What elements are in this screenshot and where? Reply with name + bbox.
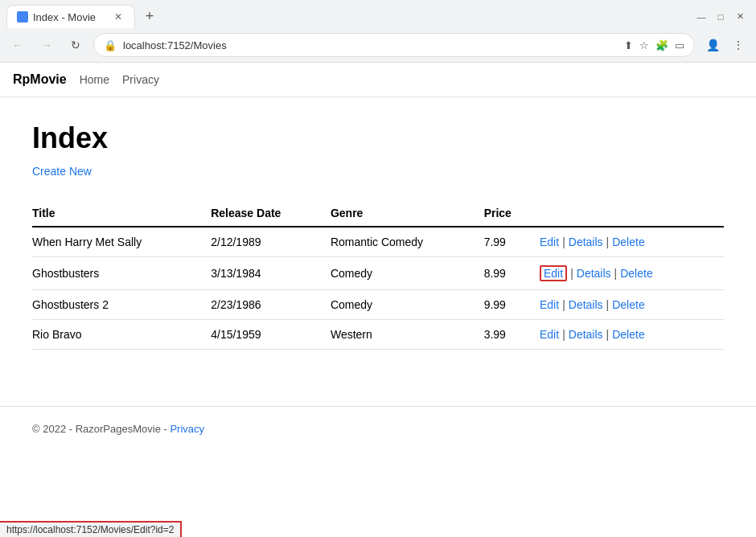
- table-row: Rio Bravo4/15/1959Western3.99Edit | Deta…: [32, 320, 724, 350]
- site-brand[interactable]: RpMovie: [13, 72, 67, 87]
- cell-actions: Edit | Details | Delete: [540, 227, 724, 257]
- cell-title: When Harry Met Sally: [32, 227, 211, 257]
- separator: |: [562, 298, 565, 311]
- delete-link[interactable]: Delete: [620, 267, 652, 280]
- cell-title: Ghostbusters: [32, 257, 211, 290]
- cell-price: 9.99: [484, 290, 540, 320]
- footer-text: © 2022 - RazorPagesMovie -: [32, 423, 170, 435]
- details-link[interactable]: Details: [569, 236, 603, 248]
- site-footer: © 2022 - RazorPagesMovie - Privacy: [0, 406, 756, 451]
- table-row: Ghostbusters 22/23/1986Comedy9.99Edit | …: [32, 290, 724, 320]
- separator: |: [606, 328, 610, 341]
- site-nav: RpMovie Home Privacy: [0, 63, 756, 97]
- details-link[interactable]: Details: [569, 328, 603, 341]
- delete-link[interactable]: Delete: [612, 298, 644, 311]
- action-links: Edit | Details | Delete: [540, 236, 714, 248]
- tab-title: Index - Movie: [33, 11, 107, 23]
- separator: |: [606, 236, 610, 248]
- create-new-link[interactable]: Create New: [32, 165, 92, 178]
- lock-icon: 🔒: [104, 39, 117, 51]
- tab-close-button[interactable]: ✕: [112, 10, 125, 23]
- cell-genre: Comedy: [331, 290, 484, 320]
- back-button[interactable]: ←: [6, 34, 29, 56]
- footer-privacy-link[interactable]: Privacy: [170, 423, 204, 435]
- table-header-row: Title Release Date Genre Price: [32, 200, 724, 227]
- new-tab-button[interactable]: +: [138, 6, 161, 28]
- col-header-title: Title: [32, 200, 211, 227]
- extension-icon: 🧩: [655, 39, 668, 51]
- forward-button[interactable]: →: [35, 34, 58, 56]
- action-links: Edit | Details | Delete: [540, 298, 714, 311]
- bookmark-icon: ☆: [639, 39, 649, 51]
- separator: |: [614, 267, 618, 280]
- title-bar: Index - Movie ✕ + — □ ✕: [0, 0, 756, 28]
- share-icon: ⬆: [624, 39, 633, 51]
- col-header-price: Price: [484, 200, 540, 227]
- window-controls: — □ ✕: [695, 10, 750, 23]
- cell-actions: Edit | Details | Delete: [540, 320, 724, 350]
- address-bar: ← → ↻ 🔒 localhost:7152/Movies ⬆ ☆ 🧩 ▭ 👤 …: [0, 28, 756, 62]
- menu-button[interactable]: ⋮: [727, 34, 750, 56]
- profile-button[interactable]: 👤: [701, 34, 724, 56]
- page-heading: Index: [32, 121, 724, 155]
- separator: |: [562, 236, 565, 248]
- cell-price: 8.99: [484, 257, 540, 290]
- tab-favicon: [17, 11, 28, 23]
- cell-release-date: 3/13/1984: [211, 257, 331, 290]
- page-content: RpMovie Home Privacy Index Create New Ti…: [0, 63, 756, 465]
- col-header-actions: [540, 200, 724, 227]
- separator: |: [606, 298, 610, 311]
- separator: |: [570, 267, 573, 280]
- cell-release-date: 4/15/1959: [211, 320, 331, 350]
- delete-link[interactable]: Delete: [612, 328, 644, 341]
- action-links: Edit | Details | Delete: [540, 265, 714, 281]
- cell-title: Rio Bravo: [32, 320, 211, 350]
- window-close-button[interactable]: ✕: [733, 10, 746, 23]
- cell-title: Ghostbusters 2: [32, 290, 211, 320]
- cast-icon: ▭: [675, 39, 684, 51]
- cell-release-date: 2/12/1989: [211, 227, 331, 257]
- url-bar[interactable]: 🔒 localhost:7152/Movies ⬆ ☆ 🧩 ▭: [93, 33, 695, 57]
- url-icons: ⬆ ☆ 🧩 ▭: [624, 39, 684, 51]
- movies-table: Title Release Date Genre Price When Harr…: [32, 200, 724, 350]
- edit-link[interactable]: Edit: [540, 236, 559, 248]
- cell-release-date: 2/23/1986: [211, 290, 331, 320]
- edit-link[interactable]: Edit: [540, 328, 559, 341]
- browser-tab[interactable]: Index - Movie ✕: [6, 5, 135, 28]
- nav-link-home[interactable]: Home: [80, 73, 109, 86]
- cell-genre: Western: [331, 320, 484, 350]
- url-text: localhost:7152/Movies: [123, 39, 618, 51]
- delete-link[interactable]: Delete: [612, 236, 644, 248]
- details-link[interactable]: Details: [569, 298, 603, 311]
- main-content: Index Create New Title Release Date Genr…: [0, 97, 756, 374]
- edit-link[interactable]: Edit: [540, 265, 567, 281]
- edit-link[interactable]: Edit: [540, 298, 559, 311]
- window-minimize-button[interactable]: —: [695, 10, 708, 23]
- separator: |: [562, 328, 565, 341]
- col-header-release-date: Release Date: [211, 200, 331, 227]
- cell-actions: Edit | Details | Delete: [540, 290, 724, 320]
- cell-price: 3.99: [484, 320, 540, 350]
- browser-chrome: Index - Movie ✕ + — □ ✕ ← → ↻ 🔒 localhos…: [0, 0, 756, 63]
- table-row: Ghostbusters3/13/1984Comedy8.99Edit | De…: [32, 257, 724, 290]
- cell-actions: Edit | Details | Delete: [540, 257, 724, 290]
- cell-price: 7.99: [484, 227, 540, 257]
- table-row: When Harry Met Sally2/12/1989Romantic Co…: [32, 227, 724, 257]
- refresh-button[interactable]: ↻: [64, 34, 87, 56]
- browser-actions: 👤 ⋮: [701, 34, 750, 56]
- cell-genre: Comedy: [331, 257, 484, 290]
- cell-genre: Romantic Comedy: [331, 227, 484, 257]
- nav-link-privacy[interactable]: Privacy: [122, 73, 159, 86]
- action-links: Edit | Details | Delete: [540, 328, 714, 341]
- details-link[interactable]: Details: [577, 267, 611, 280]
- window-maximize-button[interactable]: □: [714, 10, 727, 23]
- col-header-genre: Genre: [331, 200, 484, 227]
